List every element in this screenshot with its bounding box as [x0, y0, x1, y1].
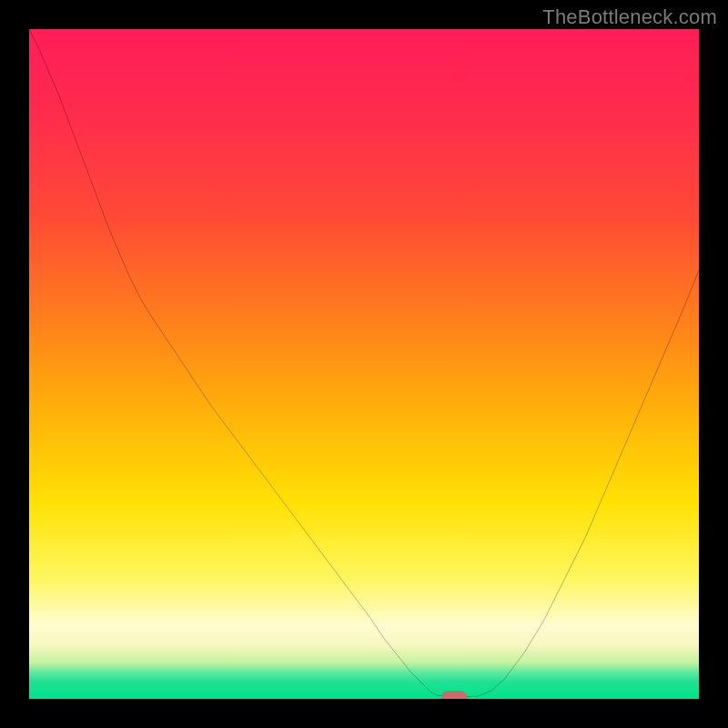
curve-path	[29, 29, 699, 697]
optimum-marker	[441, 691, 467, 699]
attribution-text: TheBottleneck.com	[542, 5, 717, 29]
chart-root: TheBottleneck.com	[0, 0, 728, 728]
bottleneck-curve	[29, 29, 699, 699]
plot-area	[29, 29, 699, 699]
